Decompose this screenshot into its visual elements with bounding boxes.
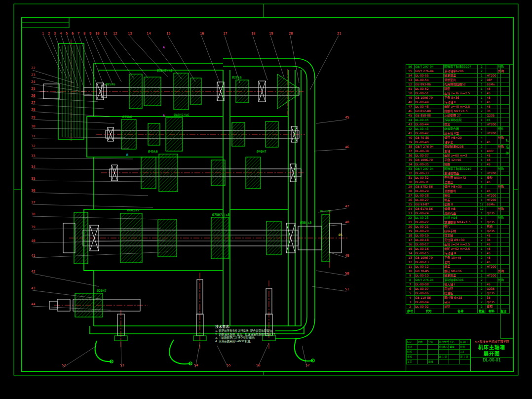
part-number-balloon: 8	[83, 32, 85, 36]
bom-row: 8GB/T 276-94滚动轴承63062外购	[406, 278, 510, 282]
part-number-balloon: 56	[256, 363, 260, 367]
part-number-balloon: 20	[289, 32, 293, 36]
dimension-label: Ø35k6	[122, 115, 132, 119]
bom-row: 26DL-00-27箱盖1HT200	[406, 198, 510, 202]
bom-row: 53DL-00-54调整垫片208F	[406, 78, 510, 82]
title-block-row: 设计阶段标记重量比例	[407, 345, 470, 350]
part-number-balloon: 47	[345, 204, 349, 208]
part-number-balloon: 57	[305, 363, 309, 367]
title-block-row: 校核1:2	[407, 350, 470, 355]
bom-row: 48DL-00-49传动轴 Ⅱ145	[406, 100, 510, 105]
bom-row: 14DL-00-15传动轴 Ⅲ145	[406, 251, 510, 256]
part-number-balloon: 43	[31, 286, 35, 290]
title-block-row: 审核共 1 张第 1 张	[407, 355, 470, 359]
title-block-row: 标记处数分区更改文件号签名年月日	[407, 340, 470, 345]
bom-row: 25GB 93-87垫圈 81265Mn	[406, 202, 510, 207]
part-number-balloon: 7	[77, 32, 79, 36]
part-number-balloon: 25	[31, 87, 35, 91]
bom-row: 2DL-00-02油管2紫铜	[406, 305, 510, 309]
bom-row: 20DL-00-21垫片1石棉	[406, 225, 510, 229]
bom-row: 21DL-00-22放油螺塞 M14×1.51Q235	[406, 220, 510, 225]
part-number-balloon: 33	[31, 154, 35, 158]
bom-row: 55GB/T 276-94滚动轴承62062外购	[406, 69, 510, 74]
part-number-balloon: 27	[31, 101, 35, 105]
bom-row: 9DL-00-10轴承压盖1HT200	[406, 274, 510, 278]
dimension-label: Ø90js5	[300, 221, 312, 225]
standard-parts-strip: 标准件	[500, 64, 513, 339]
dimension-label: A	[163, 114, 165, 118]
bom-row: 40GB 70-85螺钉 M6×204外购	[406, 136, 510, 140]
bom-row: 23DL-00-24观察孔盖1Q235	[406, 211, 510, 216]
part-number-balloon: 28	[31, 108, 35, 112]
bom-row: 33GB/T 297-94圆锥滚子轴承302102外购	[406, 167, 510, 171]
part-number-balloon: 50	[345, 272, 349, 276]
part-number-balloon: 6	[72, 32, 74, 36]
part-number-balloon: 19	[269, 32, 273, 36]
part-number-balloon: 5	[66, 32, 68, 36]
part-number-balloon: 38	[31, 212, 35, 216]
standard-parts-label: 标准件	[504, 139, 509, 158]
part-number-balloon: 44	[31, 302, 35, 306]
part-number-balloon: 4	[60, 32, 62, 36]
bom-row: 18DL-00-19拨叉轴145	[406, 234, 510, 238]
drawing-number: DL-00-01	[471, 357, 513, 363]
bom-row: 3DL-00-04吊环2Q235	[406, 300, 510, 305]
part-number-balloon: 21	[337, 32, 341, 36]
part-number-balloon: 18	[251, 32, 255, 36]
part-number-balloon: 41	[31, 254, 35, 258]
dimension-label: Ø80js5	[127, 208, 139, 212]
bom-row: 51DL-00-52隔套145	[406, 87, 510, 91]
bom-row: 39DL-00-40轴承套145	[406, 140, 510, 145]
part-number-balloon: 17	[223, 32, 227, 36]
technical-notes: 技术要求: 1. 装配前所有零件进行清洗, 配合表面涂润滑油;2. 调整轴承游隙…	[215, 324, 314, 343]
dimension-label: Ø20H7	[97, 289, 107, 293]
part-number-balloon: 53	[120, 363, 124, 367]
dimension-label: Ø28k6	[232, 76, 242, 80]
part-number-balloon: 48	[345, 220, 349, 224]
bom-row: 19DL-00-20操纵手柄1Q235	[406, 229, 510, 234]
bom-row: 32DL-00-33主轴前端盖1HT200	[406, 171, 510, 176]
bom-row: 17DL-00-18定位销 Ø5×30235	[406, 238, 510, 242]
part-number-balloon: 34	[31, 165, 35, 169]
parts-list-table: 56GB/T 297-94圆锥滚子轴承302072外购55GB/T 276-94…	[406, 64, 500, 339]
bom-row: 15DL-00-16齿轮 z=52 m=2.5145	[406, 247, 510, 251]
drawing-title-line2: 展开图	[484, 351, 500, 357]
bom-row: 4GB 119-86圆柱销 6×28235	[406, 296, 510, 300]
part-number-balloon: 55	[227, 363, 230, 367]
bom-row: 5DL-00-06挡油板2Q235	[406, 291, 510, 296]
part-number-balloon: 32	[31, 144, 35, 148]
dimension-label: Ø25k6	[106, 82, 115, 86]
title-block-main: ××科技大学机械工程学院 机床主轴箱 展开图 DL-00-01	[471, 339, 513, 371]
bom-row: 13GB 1096-79平键 10×45245	[406, 256, 510, 260]
dimension-label: Ø45k6	[148, 150, 158, 154]
note-item: 4. 润滑系统采用L-AN32机油。	[215, 340, 314, 343]
part-number-balloon: 30	[31, 124, 35, 128]
note-item: 3. 主轴箱装配后进行空载试运转;	[215, 336, 314, 340]
bom-row: 44DL-00-45双联滑移齿轮145	[406, 118, 510, 122]
dimension-label: Ø5	[339, 233, 342, 237]
part-number-balloon: 11	[103, 32, 107, 36]
dimension-label: Ø75H7/js5	[212, 213, 229, 217]
dimension-label: A	[163, 45, 165, 49]
bom-row: 38GB/T 276-94滚动轴承62082外购	[406, 145, 510, 149]
part-number-balloon: 46	[345, 145, 349, 149]
note-item: 2. 调整轴承游隙, 使高、低速轴轴向游隙均为0.15;	[215, 333, 314, 336]
bom-row: 42DL-00-43摩擦离合器1组件	[406, 127, 510, 131]
part-number-balloon: 35	[31, 177, 35, 181]
bom-row: 11DL-00-12端盖2HT200	[406, 265, 510, 269]
bom-row: 56GB/T 297-94圆锥滚子轴承302072外购	[406, 65, 510, 69]
bom-row: 49GB 1096-79平键 8×36145	[406, 96, 510, 100]
part-number-balloon: 52	[62, 363, 66, 367]
part-number-balloon: 40	[31, 239, 35, 243]
dimension-label: Ø40H7	[257, 150, 266, 154]
part-number-balloon: 15	[166, 32, 170, 36]
bom-row: 10GB 70-85螺钉 M6×168外购	[406, 269, 510, 274]
part-number-balloon: 36	[31, 189, 35, 193]
part-number-balloon: 54	[194, 363, 198, 367]
bom-row: 16DL-00-17齿轮 z=24 m=2.5145	[406, 242, 510, 247]
bom-row: 41DL-00-42皮带轮 B型1HT200	[406, 131, 510, 136]
bom-row: 29GB 5782-86螺栓 M8×306外购	[406, 185, 510, 189]
dimension-label: Ø40H7/k6	[174, 113, 189, 117]
bom-row: 47DL-00-48齿轮 z=48 m=2.5145	[406, 105, 510, 109]
part-number-balloon: 16	[200, 32, 204, 36]
